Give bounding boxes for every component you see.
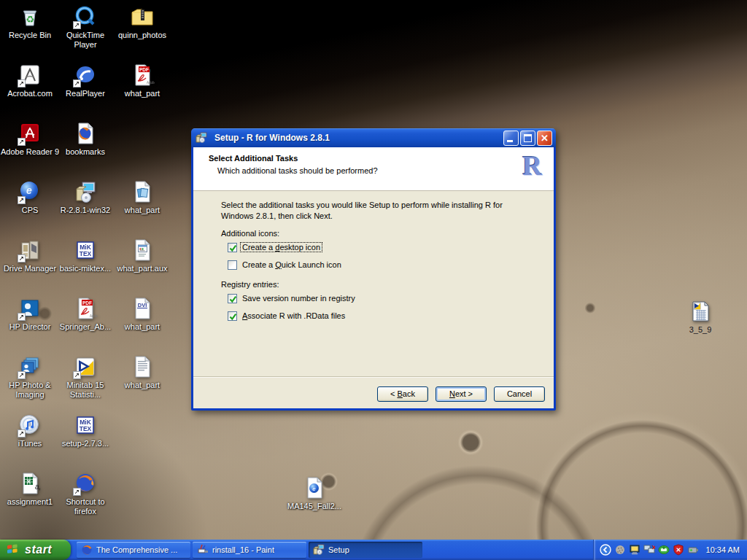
checkbox-checked-icon[interactable] (228, 311, 237, 321)
desktop-icon[interactable]: ↗Acrobat.com (0, 63, 60, 98)
desktop-icon-label[interactable]: R-2.8.1-win32 (55, 206, 115, 215)
desktop-icon-label[interactable]: CPS (0, 206, 60, 215)
desktop-icon[interactable]: ↗iTunes (0, 413, 60, 448)
next-button[interactable]: Next > (436, 386, 487, 402)
checkbox-label[interactable]: Create a desktop icon (241, 243, 322, 252)
checkbox-label[interactable]: Create a Quick Launch icon (241, 260, 343, 269)
maximize-button[interactable] (520, 131, 535, 146)
hp-photo-icon[interactable]: ↗ (18, 354, 42, 379)
security-alert-icon[interactable]: ✕ (673, 544, 684, 556)
minitab-doc-icon[interactable] (688, 299, 713, 324)
cancel-button[interactable]: Cancel (494, 386, 545, 402)
cps-sphere-icon[interactable]: e↗ (18, 179, 42, 204)
zipped-folder-icon[interactable] (130, 4, 155, 29)
taskbar-task-button[interactable]: rinstall_16 - Paint (193, 542, 306, 558)
desktop-icon[interactable]: ↗QuickTime Player (55, 4, 115, 50)
desktop-icon[interactable]: what_part (112, 354, 172, 390)
itunes-icon[interactable]: ↗ (18, 413, 42, 438)
back-button[interactable]: < Back (377, 386, 428, 402)
removable-media-icon[interactable] (658, 544, 670, 556)
aux-file-icon[interactable] (130, 238, 155, 262)
window-titlebar[interactable]: Setup - R for Windows 2.8.1 ✕ (191, 128, 556, 147)
desktop-icon[interactable]: PDFAdobeSpringer_Ab... (55, 296, 115, 332)
realplayer-icon[interactable]: ↗ (73, 63, 98, 88)
desktop-icon-label[interactable]: what_part (112, 381, 172, 390)
desktop-icon[interactable]: ♻Recycle Bin (0, 4, 60, 40)
desktop-icon[interactable]: DVIwhat_part (112, 296, 172, 332)
audio-device-icon[interactable] (614, 544, 626, 556)
desktop-icon[interactable]: MiKTEXsetup-2.7.3... (55, 413, 115, 448)
blue-doc-icon[interactable] (130, 179, 155, 204)
desktop-icon[interactable]: MiKTEXbasic-miktex... (55, 238, 115, 273)
taskbar-task-button[interactable]: Setup (309, 542, 422, 558)
desktop-icon[interactable]: what_part.aux (112, 238, 172, 273)
desktop-icon-label[interactable]: assignment1 (0, 497, 60, 507)
network-disconnected-icon[interactable]: ✕ (643, 544, 655, 556)
desktop-icon[interactable]: PDFAdobewhat_part (112, 63, 172, 98)
desktop-icon-label[interactable]: quinn_photos (112, 31, 172, 40)
adobe-reader-icon[interactable]: ↗ (18, 121, 42, 146)
installer-icon[interactable] (73, 179, 98, 204)
desktop-icon[interactable]: ↗Adobe Reader 9 (0, 121, 60, 157)
checkbox-icon[interactable] (228, 260, 237, 270)
hp-director-icon[interactable]: ↗ (18, 296, 42, 321)
desktop-icon-label[interactable]: Shortcut to firefox (55, 497, 115, 516)
firefox-doc-icon[interactable] (73, 121, 98, 146)
minitab-icon[interactable]: ↗ (73, 354, 98, 379)
text-file-icon[interactable] (130, 354, 155, 379)
pdf-file-icon[interactable]: PDFAdobe (130, 63, 155, 88)
miktex-icon[interactable]: MiKTEX (73, 413, 98, 438)
desktop-icon-label[interactable]: Drive Manager (0, 264, 60, 273)
desktop-icon[interactable]: eMA145_Fall2... (285, 475, 344, 511)
desktop-icon[interactable]: what_part (112, 179, 172, 215)
desktop-icon-label[interactable]: Minitab 15 Statisti... (55, 381, 115, 400)
desktop-icon-label[interactable]: Adobe Reader 9 (0, 147, 60, 157)
minimize-button[interactable] (503, 131, 519, 146)
desktop-icon[interactable]: ↗RealPlayer (55, 63, 115, 98)
close-button[interactable]: ✕ (537, 131, 552, 146)
desktop-icon[interactable]: ↗Shortcut to firefox (55, 471, 115, 516)
desktop-icon[interactable]: Xa,assignment1 (0, 471, 60, 507)
checkbox-checked-icon[interactable] (228, 294, 237, 303)
desktop-icon-label[interactable]: QuickTime Player (55, 31, 115, 50)
desktop-icon[interactable]: 3_5_9 (670, 299, 730, 335)
desktop-icon[interactable]: quinn_photos (112, 4, 172, 40)
taskbar-task-button[interactable]: The Comprehensive ... (77, 542, 190, 558)
desktop-icon-label[interactable]: basic-miktex... (55, 264, 115, 273)
dvi-file-icon[interactable]: DVI (130, 296, 155, 321)
checkbox-label[interactable]: Save version number in registry (241, 294, 357, 303)
recycle-bin-icon[interactable]: ♻ (18, 4, 42, 29)
excel-doc-icon[interactable]: Xa, (18, 471, 42, 496)
desktop-icon[interactable]: ↗Minitab 15 Statisti... (55, 354, 115, 400)
drive-manager-icon[interactable]: ↗ (18, 238, 42, 262)
desktop-icon-label[interactable]: what_part (112, 206, 172, 215)
cps-doc-icon[interactable]: e (302, 475, 327, 500)
hide-icons-chevron[interactable] (600, 544, 611, 556)
pdf-file-icon[interactable]: PDFAdobe (73, 296, 98, 321)
desktop-icon[interactable]: R-2.8.1-win32 (55, 179, 115, 215)
firefox-icon[interactable]: ↗ (73, 471, 98, 496)
desktop-icon-label[interactable]: Recycle Bin (0, 31, 60, 40)
checkbox-label[interactable]: Associate R with .RData files (241, 311, 347, 320)
desktop-icon[interactable]: e↗CPS (0, 179, 60, 215)
desktop-icon-label[interactable]: HP Photo & Imaging (0, 381, 60, 400)
desktop-icon-label[interactable]: setup-2.7.3... (55, 439, 115, 448)
desktop-icon-label[interactable]: Springer_Ab... (55, 322, 115, 332)
desktop-icon-label[interactable]: RealPlayer (55, 89, 115, 98)
start-button[interactable]: start (0, 540, 71, 560)
desktop-icon-label[interactable]: MA145_Fall2... (285, 502, 344, 511)
desktop-icon[interactable]: ↗HP Director (0, 296, 60, 332)
miktex-icon[interactable]: MiKTEX (73, 238, 98, 262)
acrobat-com-icon[interactable]: ↗ (18, 63, 42, 88)
desktop-icon-label[interactable]: what_part (112, 322, 172, 332)
checkbox-checked-icon[interactable] (228, 243, 237, 252)
desktop-icon-label[interactable]: 3_5_9 (670, 325, 730, 335)
desktop-icon-label[interactable]: iTunes (0, 439, 60, 448)
desktop-icon[interactable]: ↗HP Photo & Imaging (0, 354, 60, 400)
quicktime-icon[interactable]: ↗ (73, 4, 98, 29)
desktop-icon[interactable]: bookmarks (55, 121, 115, 157)
desktop-icon-label[interactable]: what_part (112, 89, 172, 98)
desktop-icon-label[interactable]: HP Director (0, 322, 60, 332)
usb-device-icon[interactable] (687, 544, 699, 556)
display-settings-icon[interactable] (629, 544, 640, 556)
